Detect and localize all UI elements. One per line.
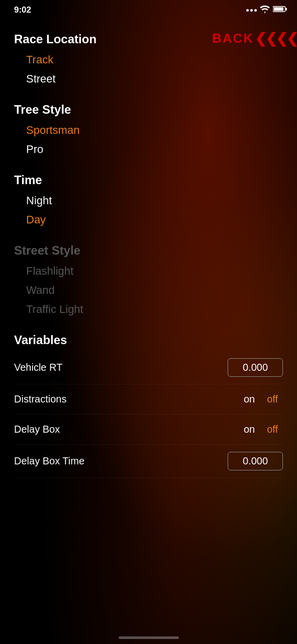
time-heading: Time [14, 173, 283, 187]
tree-style-section: Tree Style Sportsman Pro [14, 103, 283, 159]
delay-box-time-row: Delay Box Time [14, 445, 283, 478]
back-arrows-icon: ❮❮❮❮ [255, 30, 297, 47]
vehicle-rt-input[interactable] [228, 358, 283, 377]
signal-dots-icon [246, 9, 257, 12]
street-style-section: Street Style Flashlight Wand Traffic Lig… [14, 244, 283, 319]
wifi-icon [260, 5, 270, 15]
race-location-track[interactable]: Track [14, 50, 283, 69]
distractions-on-option[interactable]: on [239, 391, 260, 407]
distractions-toggle: on off [239, 391, 283, 407]
main-content: Race Location Track Street Tree Style Sp… [0, 32, 297, 478]
street-style-traffic-light: Traffic Light [14, 300, 283, 319]
delay-box-label: Delay Box [14, 424, 60, 435]
status-bar: 9:02 [0, 0, 297, 18]
svg-point-0 [264, 12, 266, 13]
delay-box-row: Delay Box on off [14, 415, 283, 445]
time-day[interactable]: Day [14, 210, 283, 229]
status-time: 9:02 [14, 5, 31, 15]
home-indicator [119, 636, 179, 639]
delay-box-toggle: on off [239, 422, 283, 437]
delay-box-on-option[interactable]: on [239, 422, 260, 437]
vehicle-rt-row: Vehicle RT [14, 351, 283, 384]
svg-rect-3 [274, 8, 283, 11]
street-style-wand: Wand [14, 281, 283, 300]
distractions-off-option[interactable]: off [262, 391, 283, 407]
tree-style-heading: Tree Style [14, 103, 283, 117]
back-button[interactable]: BACK ❮❮❮❮ [212, 30, 297, 47]
tree-style-pro[interactable]: Pro [14, 140, 283, 159]
distractions-label: Distractions [14, 393, 66, 405]
delay-box-time-input[interactable] [228, 452, 283, 470]
back-label: BACK [212, 31, 254, 46]
variables-heading: Variables [14, 333, 283, 347]
delay-box-time-label: Delay Box Time [14, 455, 84, 467]
race-location-street[interactable]: Street [14, 69, 283, 89]
status-icons [246, 5, 287, 15]
distractions-row: Distractions on off [14, 384, 283, 415]
time-night[interactable]: Night [14, 191, 283, 210]
svg-rect-2 [285, 8, 287, 10]
street-style-flashlight: Flashlight [14, 262, 283, 281]
time-section: Time Night Day [14, 173, 283, 229]
tree-style-sportsman[interactable]: Sportsman [14, 121, 283, 140]
street-style-heading: Street Style [14, 244, 283, 258]
vehicle-rt-label: Vehicle RT [14, 362, 62, 373]
battery-icon [273, 5, 287, 15]
delay-box-off-option[interactable]: off [262, 422, 283, 437]
variables-section: Variables Vehicle RT Distractions on off… [14, 333, 283, 478]
